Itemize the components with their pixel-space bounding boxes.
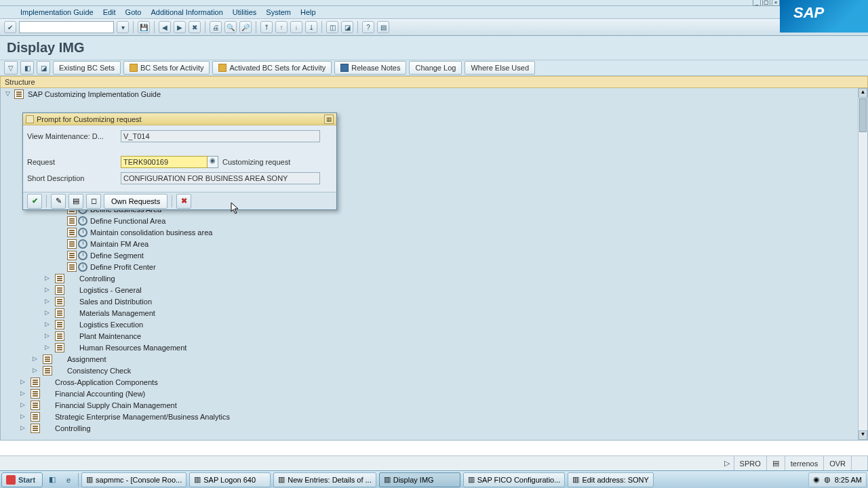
quicklaunch-ie-icon[interactable]: e	[62, 473, 75, 487]
activity-icon[interactable]	[78, 228, 87, 237]
change-log-button[interactable]: Change Log	[409, 61, 462, 75]
status-arrow-icon[interactable]: ▷	[721, 456, 734, 470]
next-page-icon[interactable]: ↓	[290, 21, 302, 33]
expand-icon[interactable]: ▷	[43, 332, 51, 340]
tray-icon[interactable]: ◍	[824, 475, 831, 484]
exit-icon[interactable]: ▶	[174, 21, 186, 33]
menu-help[interactable]: Help	[300, 8, 316, 16]
additional-icon[interactable]: ◪	[37, 61, 50, 75]
enter-icon[interactable]: ✔	[4, 21, 16, 33]
cancel-button[interactable]: ✖	[176, 194, 191, 209]
help-icon[interactable]: ?	[362, 21, 374, 33]
menu-edit[interactable]: Edit	[103, 8, 116, 16]
taskbar-item[interactable]: ▥Edit address: SONY	[568, 472, 653, 487]
new-session-icon[interactable]: ◫	[326, 21, 338, 33]
release-notes-button[interactable]: Release Notes	[334, 61, 406, 75]
create-request-icon[interactable]: ◻	[86, 194, 101, 209]
tree-node[interactable]: ▷Cross-Application Components	[1, 376, 858, 388]
start-button[interactable]: Start	[1, 472, 43, 487]
own-requests-button[interactable]: Own Requests	[104, 194, 167, 209]
expand-icon[interactable]: ▷	[43, 274, 51, 283]
expand-icon[interactable]: ▷	[43, 298, 51, 306]
position-icon[interactable]: ◧	[20, 61, 34, 75]
quicklaunch-desktop-icon[interactable]: ◧	[45, 473, 59, 487]
expand-icon[interactable]: ▷	[31, 367, 39, 375]
collapse-icon[interactable]: ▽	[3, 90, 12, 98]
expand-icon[interactable]: ▷	[43, 286, 51, 294]
existing-bc-sets-button[interactable]: Existing BC Sets	[53, 61, 121, 75]
tree-leaf[interactable]: Maintain FM Area	[1, 238, 858, 249]
expand-icon[interactable]: ▷	[43, 321, 51, 329]
tree-node[interactable]: ▷Strategic Enterprise Management/Busines…	[1, 411, 858, 422]
print-icon[interactable]: 🖨	[210, 21, 222, 33]
expand-icon[interactable]: ▷	[18, 378, 26, 386]
prev-page-icon[interactable]: ↑	[275, 21, 288, 33]
tree-node[interactable]: ▷Logistics - General	[1, 284, 858, 296]
scroll-thumb[interactable]	[859, 98, 867, 132]
tree-leaf[interactable]: Maintain consolidation business area	[1, 226, 858, 238]
taskbar-item[interactable]: ▥sapmmc - [Console Roo...	[81, 472, 186, 487]
activity-icon[interactable]	[78, 262, 87, 272]
tree-root[interactable]: ▽ SAP Customizing Implementation Guide	[1, 88, 858, 100]
status-resize-grip[interactable]	[852, 456, 868, 470]
menu-utilities[interactable]: Utilities	[233, 8, 256, 16]
expand-icon[interactable]: ▷	[31, 355, 39, 363]
last-page-icon[interactable]: ⤓	[305, 21, 317, 33]
bc-sets-for-activity-button[interactable]: BC Sets for Activity	[123, 61, 210, 75]
tree-node[interactable]: ▷Materials Management	[1, 307, 858, 319]
close-icon[interactable]: ×	[772, 0, 780, 6]
scroll-up-icon[interactable]: ▲	[859, 88, 867, 98]
restore-icon[interactable]: ▢	[762, 0, 770, 6]
expand-icon[interactable]: ▷	[18, 390, 26, 398]
find-icon[interactable]: 🔍	[224, 21, 237, 33]
scroll-down-icon[interactable]: ▼	[859, 430, 867, 440]
taskbar-item-active[interactable]: ▥Display IMG	[379, 472, 460, 487]
tree-node[interactable]: ▷Controlling	[1, 272, 858, 284]
tree-leaf[interactable]: Define Functional Area	[1, 215, 858, 226]
continue-button[interactable]: ✔	[27, 194, 42, 209]
cancel-icon[interactable]: ✖	[189, 21, 201, 33]
dialog-close-icon[interactable]: ▦	[324, 115, 334, 124]
tree-node[interactable]: ▷Controlling	[1, 422, 858, 434]
vertical-scrollbar[interactable]: ▲ ▼	[858, 88, 867, 440]
save-icon[interactable]: 💾	[138, 21, 150, 33]
ok-code-field[interactable]	[19, 21, 114, 33]
tree-node[interactable]: ▷Logistics Execution	[1, 319, 858, 330]
tree-node[interactable]: ▷Financial Accounting (New)	[1, 388, 858, 399]
tool1-icon[interactable]: ✎	[51, 194, 66, 209]
minimize-icon[interactable]: _	[753, 0, 761, 6]
value-help-icon[interactable]: ◉	[208, 156, 218, 168]
back-icon[interactable]: ◀	[159, 21, 171, 33]
tree-node[interactable]: ▷Consistency Check	[1, 365, 858, 376]
expand-all-icon[interactable]: ▽	[4, 61, 18, 75]
system-tray[interactable]: ◉ ◍ 8:25 AM	[808, 472, 867, 487]
expand-icon[interactable]: ▷	[18, 401, 26, 409]
expand-icon[interactable]: ▷	[43, 344, 51, 352]
expand-icon[interactable]: ▷	[18, 413, 26, 421]
tray-icon[interactable]: ◉	[813, 475, 820, 484]
first-page-icon[interactable]: ⤒	[260, 21, 273, 33]
menu-implementation-guide[interactable]: Implementation Guide	[20, 8, 94, 16]
request-field[interactable]: TERK900169	[121, 156, 208, 168]
tree-node[interactable]: ▷Human Resources Management	[1, 342, 858, 353]
find-next-icon[interactable]: 🔎	[239, 21, 252, 33]
menu-goto[interactable]: Goto	[125, 8, 142, 16]
tree-node[interactable]: ▷Assignment	[1, 353, 858, 365]
activated-bc-sets-button[interactable]: Activated BC Sets for Activity	[212, 61, 332, 75]
activity-icon[interactable]	[78, 239, 87, 249]
tree-node[interactable]: ▷Plant Maintenance	[1, 330, 858, 342]
taskbar-item[interactable]: ▥SAP Logon 640	[189, 472, 271, 487]
activity-icon[interactable]	[78, 216, 87, 226]
menu-additional-information[interactable]: Additional Information	[151, 8, 222, 16]
expand-icon[interactable]: ▷	[43, 309, 51, 317]
dropdown-icon[interactable]: ▾	[117, 21, 129, 33]
tree-node[interactable]: ▷Sales and Distribution	[1, 296, 858, 307]
taskbar-item[interactable]: ▥New Entries: Details of ...	[273, 472, 376, 487]
tree-leaf[interactable]: Define Segment	[1, 249, 858, 261]
tree-leaf[interactable]: Define Profit Center	[1, 261, 858, 272]
activity-icon[interactable]	[78, 251, 87, 260]
menu-system[interactable]: System	[266, 8, 291, 16]
taskbar-item[interactable]: ▥SAP FICO Configuratio...	[463, 472, 566, 487]
tool2-icon[interactable]: ▤	[68, 194, 83, 209]
expand-icon[interactable]: ▷	[18, 424, 26, 432]
